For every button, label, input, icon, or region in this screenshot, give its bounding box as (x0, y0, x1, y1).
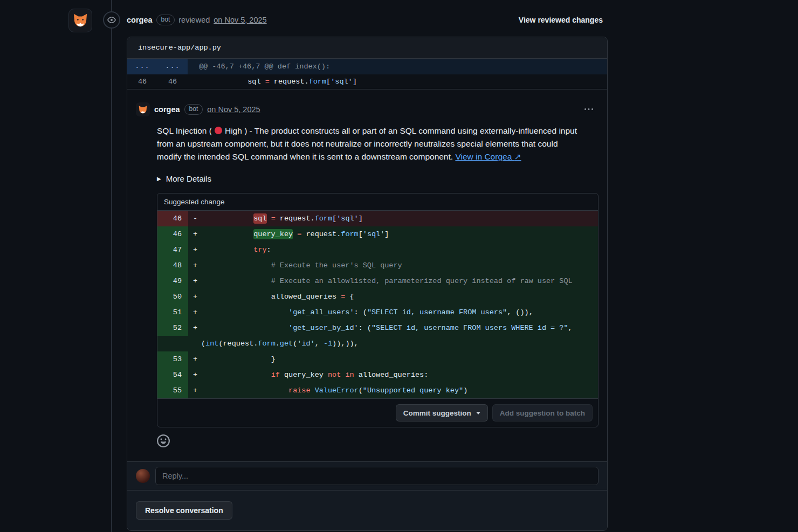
suggestion-diff-row: 48+ # Execute the user's SQL query (157, 258, 598, 273)
diff-sign: + (188, 351, 201, 367)
view-reviewed-changes-button[interactable]: View reviewed changes (519, 16, 603, 24)
review-event-badge (103, 11, 120, 29)
diff-line-number: 54 (157, 367, 188, 383)
diff-code: if query_key not in allowed_queries: (201, 367, 598, 383)
suggestion-diff-row: 50+ allowed_queries = { (157, 289, 598, 305)
diff-hunk-row: ... ... @@ -46,7 +46,7 @@ def index(): (127, 59, 607, 74)
diff-sign: + (188, 305, 201, 320)
review-date-link[interactable]: on Nov 5, 2025 (214, 16, 266, 24)
diff-code: allowed_queries = { (201, 289, 598, 305)
reply-input[interactable] (155, 467, 598, 485)
kebab-icon (584, 105, 593, 114)
new-line-number: 46 (157, 74, 188, 89)
diff-code: # Execute the user's SQL query (201, 258, 598, 273)
resolve-section: Resolve conversation (127, 490, 607, 530)
expand-dots-left: ... (127, 59, 157, 74)
suggestion-diff-row: 52+ 'get_user_by_id': ("SELECT id, usern… (157, 320, 598, 351)
diff-line-number: 46 (157, 211, 188, 226)
diff-code: 'get_user_by_id': ("SELECT id, username … (201, 320, 598, 351)
diff-sign: + (188, 289, 201, 305)
diff-sign: + (188, 367, 201, 383)
comment-body: SQL Injection (High ) - The product cons… (157, 125, 577, 163)
suggestion-diff-row: 53+ } (157, 351, 598, 367)
diff-code: query_key = request.form['sql'] (201, 226, 598, 242)
expand-dots-right: ... (157, 59, 188, 74)
diff-code: 'get_all_users': ("SELECT id, username F… (201, 305, 598, 320)
timeline-line (111, 0, 112, 532)
diff-sign: + (188, 273, 201, 289)
current-user-avatar (136, 469, 150, 483)
bot-badge: bot (156, 15, 175, 25)
diff-sign: + (188, 242, 201, 258)
more-details-label: More Details (166, 174, 211, 183)
add-reaction-button[interactable] (157, 434, 170, 447)
suggestion-diff-row: 55+ raise ValueError("Unsupported query … (157, 383, 598, 398)
comment-date-link[interactable]: on Nov 5, 2025 (207, 105, 260, 114)
external-link-arrow-icon: ↗ (514, 152, 521, 161)
collapsed-triangle-icon: ▶ (157, 176, 161, 182)
diff-line-number: 48 (157, 258, 188, 273)
suggestion-diff-row: 49+ # Execute an allowlisted, parameteri… (157, 273, 598, 289)
suggested-change-block: Suggested change 46- sql = request.form[… (157, 193, 598, 427)
suggestion-diff-row: 51+ 'get_all_users': ("SELECT id, userna… (157, 305, 598, 320)
add-suggestion-to-batch-button[interactable]: Add suggestion to batch (492, 404, 593, 422)
reaction-row (157, 434, 598, 450)
dropdown-caret-icon (476, 412, 480, 414)
suggestion-diff-row: 54+ if query_key not in allowed_queries: (157, 367, 598, 383)
context-code-line: sql = request.form['sql'] (188, 74, 607, 89)
diff-sign: + (188, 383, 201, 398)
diff-line-number: 49 (157, 273, 188, 289)
diff-line-number: 51 (157, 305, 188, 320)
comment-section: corgea bot on Nov 5, 2025 SQL Injection … (127, 89, 607, 461)
suggestion-diff: 46- sql = request.form['sql']46+ query_k… (157, 211, 598, 398)
suggestion-diff-row: 46- sql = request.form['sql'] (157, 211, 598, 226)
diff-line-number: 52 (157, 320, 188, 336)
review-action-text: reviewed (178, 16, 210, 24)
corgea-fox-logo-icon (138, 105, 148, 114)
suggested-change-title: Suggested change (157, 194, 598, 211)
diff-file-header: insecure-app/app.py (127, 37, 607, 59)
comment-author-avatar[interactable] (136, 102, 150, 116)
severity-dot (215, 127, 222, 134)
comment-header: corgea bot on Nov 5, 2025 (136, 102, 598, 116)
diff-sign: + (188, 258, 201, 273)
comment-author-link[interactable]: corgea (154, 105, 180, 114)
eye-icon (107, 16, 116, 24)
diff-code: } (201, 351, 598, 367)
suggestion-diff-row: 47+ try: (157, 242, 598, 258)
diff-line-number: 46 (157, 226, 188, 242)
diff-line-number: 53 (157, 351, 188, 367)
reply-section (127, 461, 607, 490)
review-thread-card: insecure-app/app.py ... ... @@ -46,7 +46… (127, 37, 608, 531)
corgea-fox-logo-icon (72, 13, 88, 28)
old-line-number: 46 (127, 74, 157, 89)
bot-badge: bot (184, 104, 203, 115)
diff-sign: + (188, 320, 201, 336)
diff-code: # Execute an allowlisted, parameterized … (201, 273, 598, 289)
more-details-toggle[interactable]: ▶ More Details (157, 174, 211, 183)
suggestion-footer: Commit suggestion Add suggestion to batc… (157, 398, 598, 427)
diff-sign: - (188, 211, 201, 226)
comment-options-button[interactable] (582, 103, 595, 116)
diff-line-number: 47 (157, 242, 188, 258)
comment-text-before-severity: SQL Injection ( (157, 126, 212, 135)
review-header: corgea bot reviewed on Nov 5, 2025 View … (127, 15, 608, 25)
diff-sign: + (188, 226, 201, 242)
hunk-gutter: ... ... (127, 59, 188, 74)
resolve-conversation-button[interactable]: Resolve conversation (136, 501, 232, 520)
file-name-link[interactable]: insecure-app/app.py (138, 44, 221, 52)
diff-code: sql = request.form['sql'] (201, 211, 598, 226)
view-in-corgea-link[interactable]: View in Corgea ↗ (455, 152, 521, 161)
diff-code: raise ValueError("Unsupported query key"… (201, 383, 598, 398)
commit-suggestion-button[interactable]: Commit suggestion (396, 404, 488, 422)
hunk-header-text: @@ -46,7 +46,7 @@ def index(): (188, 59, 607, 74)
smiley-icon (157, 434, 170, 447)
reviewer-name-link[interactable]: corgea (127, 16, 153, 24)
diff-line-number: 55 (157, 383, 188, 398)
suggestion-diff-row: 46+ query_key = request.form['sql'] (157, 226, 598, 242)
diff-line-number: 50 (157, 289, 188, 305)
diff-code: try: (201, 242, 598, 258)
diff-context-row: 46 46 sql = request.form['sql'] (127, 74, 607, 89)
reviewer-avatar[interactable] (68, 9, 92, 32)
